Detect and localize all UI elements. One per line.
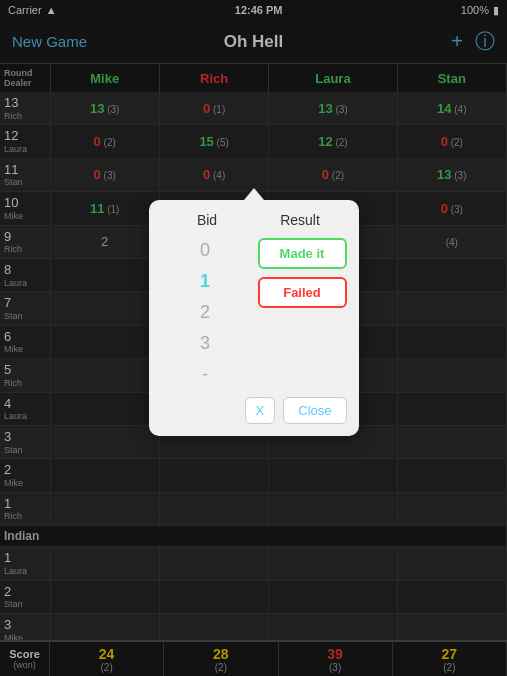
modal-header: Bid Result xyxy=(161,212,347,228)
bid-column: 0 1 2 3 - xyxy=(161,238,250,387)
modal-arrow xyxy=(244,188,264,200)
modal-container: Bid Result 0 1 2 3 - Made it Failed X Cl… xyxy=(149,200,359,436)
x-button[interactable]: X xyxy=(245,397,276,424)
result-column-label: Result xyxy=(254,212,347,228)
close-button[interactable]: Close xyxy=(283,397,346,424)
bid-2[interactable]: 2 xyxy=(192,300,218,325)
modal-footer: X Close xyxy=(161,397,347,424)
made-it-button[interactable]: Made it xyxy=(258,238,347,269)
bid-3[interactable]: 3 xyxy=(192,331,218,356)
bid-0[interactable]: 0 xyxy=(192,238,218,263)
modal-body: 0 1 2 3 - Made it Failed xyxy=(161,238,347,387)
failed-button[interactable]: Failed xyxy=(258,277,347,308)
result-column: Made it Failed xyxy=(258,238,347,387)
modal-overlay: Bid Result 0 1 2 3 - Made it Failed X Cl… xyxy=(0,0,507,676)
bid-1[interactable]: 1 xyxy=(192,269,218,294)
bid-result-modal: Bid Result 0 1 2 3 - Made it Failed X Cl… xyxy=(149,200,359,436)
bid-column-label: Bid xyxy=(161,212,254,228)
bid-dash[interactable]: - xyxy=(194,362,216,387)
